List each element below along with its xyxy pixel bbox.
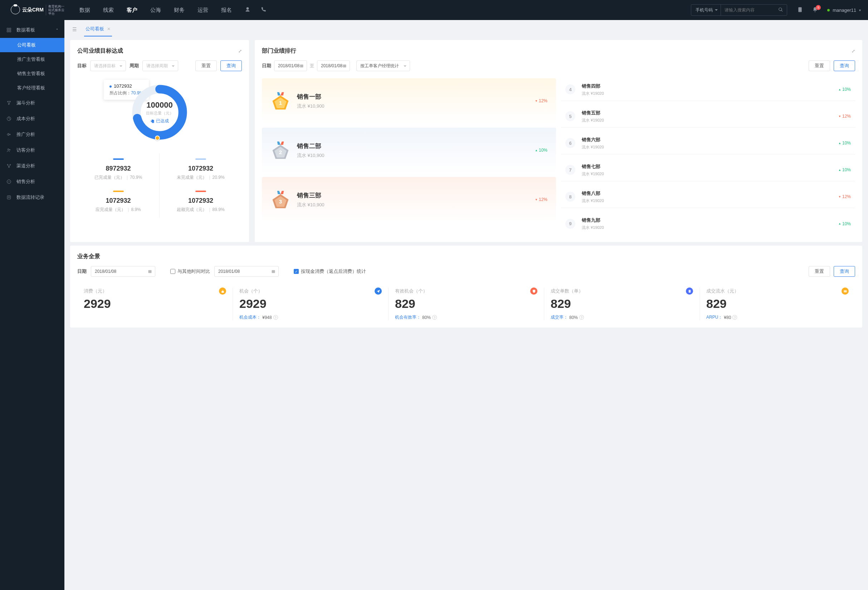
overview-date2[interactable]: 2018/01/08 [214, 266, 279, 277]
compare-checkbox[interactable]: 与其他时间对比 [170, 268, 210, 275]
stat-expected: 1072932应完成量（元）|8.9% [77, 185, 159, 218]
user-icon[interactable] [245, 7, 251, 13]
rank-date-from[interactable]: 2018/01/08 [274, 60, 307, 71]
target-select[interactable]: 请选择目标 [90, 60, 126, 71]
logo[interactable]: 云朵CRM 教育机构一站式服务云平台 [11, 4, 67, 15]
mobile-icon[interactable] [797, 7, 803, 13]
sidebar-item-manager-board[interactable]: 客户经理看板 [0, 81, 64, 95]
search-input[interactable] [721, 4, 775, 15]
rank-row[interactable]: 9销售九部流水 ¥19020▲10% [561, 212, 855, 235]
visitor-icon [6, 148, 12, 153]
rank-row[interactable]: 6销售六部流水 ¥19020▲10% [561, 132, 855, 154]
donut-center-value: 100000 [146, 100, 173, 110]
status-dot-icon [827, 9, 830, 12]
hamburger-icon[interactable]: ☰ [70, 24, 79, 34]
metric-valid-opportunity: 有效机会（个） 829 机会有效率：80%? [388, 287, 544, 321]
nav-ops[interactable]: 运营 [198, 7, 208, 13]
svg-rect-32 [272, 270, 275, 273]
overview-date1[interactable]: 2018/01/08 [91, 266, 155, 277]
rank-query-button[interactable]: 查询 [834, 60, 855, 71]
svg-marker-21 [277, 141, 280, 145]
dashboard-icon [6, 28, 12, 32]
sidebar-item-sales[interactable]: 销售分析 [0, 174, 64, 190]
donut-chart: 1072932 所占比例：70.9% 100000 目标总量（元） 已达成 [77, 82, 242, 218]
sidebar-item-sales-board[interactable]: 销售主管看板 [0, 66, 64, 81]
svg-rect-11 [7, 196, 10, 199]
svg-text:3: 3 [279, 199, 282, 205]
rank-card-1[interactable]: 1 销售一部流水 ¥10,900 ▼12% [262, 78, 556, 124]
funnel-icon [6, 100, 12, 106]
expand-icon[interactable]: ⤢ [852, 49, 855, 54]
svg-marker-22 [280, 141, 284, 145]
expand-icon[interactable]: ⤢ [238, 49, 242, 54]
user-menu[interactable]: manager11 ▾ [827, 7, 861, 13]
rank-top3: 1 销售一部流水 ¥10,900 ▼12% 2 销售二部流水 ¥10,900 ▲… [262, 78, 556, 235]
sidebar-item-funnel[interactable]: 漏斗分析 [0, 95, 64, 111]
goals-reset-button[interactable]: 重置 [195, 60, 217, 71]
content: ☰ 公司看板 ✕ 公司业绩目标达成 ⤢ 目标 请选择目标 周期 请选择周期 [64, 20, 868, 590]
topbar: 云朵CRM 教育机构一站式服务云平台 数据 线索 客户 公海 财务 运营 报名 … [0, 0, 868, 20]
svg-point-6 [9, 150, 10, 150]
stat-completed: 8972932已完成量（元）|70.9% [77, 153, 159, 185]
silver-medal-icon: 2 [270, 140, 291, 160]
rank-row[interactable]: 8销售八部流水 ¥19020▼12% [561, 185, 855, 208]
period-label: 周期 [130, 63, 139, 69]
sidebar-group-dashboard[interactable]: 数据看板 ˄ [0, 22, 64, 38]
overview-query-button[interactable]: 查询 [834, 266, 855, 277]
search-icon[interactable] [775, 7, 787, 13]
rank-reset-button[interactable]: 重置 [809, 60, 830, 71]
nav-enroll[interactable]: 报名 [221, 7, 232, 13]
sidebar: 数据看板 ˄ 公司看板 推广主管看板 销售主管看板 客户经理看板 漏斗分析 成本… [0, 20, 64, 590]
sidebar-item-cost[interactable]: 成本分析 [0, 111, 64, 127]
overview-reset-button[interactable]: 重置 [809, 266, 830, 277]
sidebar-item-promo[interactable]: 推广分析 [0, 127, 64, 142]
date-separator: 至 [310, 63, 314, 69]
help-icon[interactable]: ? [579, 315, 584, 320]
rank-delta: ▲10% [535, 148, 548, 153]
rank-card-2[interactable]: 2 销售二部流水 ¥10,900 ▲10% [262, 128, 556, 173]
nav-public[interactable]: 公海 [150, 7, 161, 13]
svg-point-7 [7, 164, 8, 165]
tab-company-board[interactable]: 公司看板 ✕ [84, 22, 112, 37]
help-icon[interactable]: ? [432, 315, 437, 320]
rank-row[interactable]: 7销售七部流水 ¥19020▲10% [561, 159, 855, 181]
rank-delta: ▼12% [535, 99, 548, 103]
help-icon[interactable]: ? [732, 315, 737, 320]
help-icon[interactable]: ? [273, 315, 278, 320]
nav-finance[interactable]: 财务 [174, 7, 185, 13]
notification-badge: 5 [816, 5, 821, 10]
rank-row[interactable]: 5销售五部流水 ¥19020▼12% [561, 105, 855, 128]
rank-card-3[interactable]: 3 销售三部流水 ¥10,900 ▼12% [262, 177, 556, 222]
phone-icon[interactable] [260, 7, 266, 13]
svg-rect-0 [7, 28, 9, 30]
logo-subtext: 教育机构一站式服务云平台 [46, 4, 67, 15]
sidebar-item-flow-log[interactable]: 数据流转记录 [0, 190, 64, 205]
svg-rect-2 [7, 30, 9, 32]
sidebar-item-channel[interactable]: 渠道分析 [0, 158, 64, 174]
tab-label: 公司看板 [86, 26, 104, 32]
svg-rect-1 [9, 28, 11, 30]
goals-query-button[interactable]: 查询 [220, 60, 242, 71]
nav-customers[interactable]: 客户 [127, 7, 137, 13]
sidebar-item-company-board[interactable]: 公司看板 [0, 38, 64, 52]
svg-rect-33 [688, 290, 691, 292]
svg-point-9 [9, 167, 9, 167]
close-icon[interactable]: ✕ [107, 26, 111, 31]
nav-data[interactable]: 数据 [80, 7, 90, 13]
period-select[interactable]: 请选择周期 [142, 60, 178, 71]
notification-icon[interactable]: 5 [812, 7, 818, 13]
cash-stat-checkbox[interactable]: ✓按现金消费（返点后消费）统计 [294, 268, 366, 275]
rank-stat-type-select[interactable]: 按工单客户经理统计 [356, 60, 410, 71]
rank-row[interactable]: 4销售四部流水 ¥19020▲10% [561, 78, 855, 101]
search-type-select[interactable]: 手机号码 [691, 4, 721, 15]
overview-date-label: 日期 [77, 268, 87, 275]
svg-text:2: 2 [279, 149, 282, 155]
tabs-bar: ☰ 公司看板 ✕ [70, 20, 862, 37]
donut-knob-icon [155, 135, 160, 141]
nav-leads[interactable]: 线索 [103, 7, 114, 13]
bronze-medal-icon: 3 [270, 190, 291, 209]
sidebar-item-visitor[interactable]: 访客分析 [0, 142, 64, 158]
svg-rect-3 [9, 30, 11, 32]
rank-date-to[interactable]: 2018/01/08 [317, 60, 350, 71]
sidebar-item-promo-board[interactable]: 推广主管看板 [0, 52, 64, 66]
